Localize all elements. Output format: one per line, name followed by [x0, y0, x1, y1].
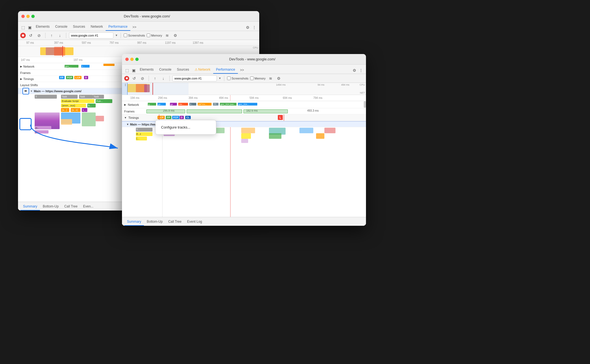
back-tab-summary[interactable]: Summary	[20, 203, 40, 211]
tab-overflow[interactable]: >>	[130, 24, 139, 31]
front-tab-sources[interactable]: Sources	[174, 66, 192, 74]
download-icon[interactable]: ↓	[57, 32, 63, 39]
screenshots-checkbox-container[interactable]: Screenshots	[124, 34, 145, 37]
front-title-bar: DevTools - www.google.com/	[122, 54, 366, 65]
front-tab-summary[interactable]: Summary	[124, 218, 144, 226]
front-tab-calltree[interactable]: Call Tree	[166, 218, 184, 226]
front-download-icon[interactable]: ↓	[160, 75, 167, 82]
front-maximize-button[interactable]	[135, 58, 139, 61]
warning-icon: ⚠	[195, 68, 198, 71]
network-throttle-icon[interactable]: ≋	[164, 32, 171, 39]
memory-checkbox-container[interactable]: Memory	[147, 34, 162, 37]
front-network-row: ▶ Network g... ge... ge clie... 9... )hP…	[122, 101, 366, 108]
back-layout-label: Layout Shifts	[20, 83, 48, 87]
memory-checkbox[interactable]	[147, 34, 150, 37]
toolbar-divider2	[66, 33, 66, 38]
front-frames-label: Frames	[124, 110, 146, 113]
front-window-title: DevTools - www.google.com/	[142, 57, 363, 61]
front-screenshots-checkbox[interactable]	[227, 76, 231, 80]
back-perf-toolbar: ↺ ⊘ ↑ ↓ ▼ Screenshots Memory ≋ ⚙	[18, 31, 259, 40]
front-cpu-overview: 494 ms ‖ 94 ms 1494 ms CPU NET	[122, 83, 366, 95]
front-network-content: g... ge... ge clie... 9... )hPYm... ⌗h g…	[146, 101, 366, 108]
front-timeline-area: 494 ms ‖ 94 ms 1494 ms CPU NET 194 ms 29…	[122, 83, 366, 226]
front-settings-icon[interactable]: ⚙	[351, 67, 358, 74]
front-mobile-icon[interactable]: ▣	[130, 67, 137, 74]
back-network-text: Network	[23, 65, 34, 68]
front-network-text: Network	[128, 103, 139, 106]
back-tab-bar: ⬚ ▣ Elements Console Sources Network Per…	[18, 22, 259, 31]
tab-performance[interactable]: Performance	[106, 23, 130, 31]
back-traffic-lights	[21, 15, 35, 18]
front-memory-label: Memory	[255, 77, 266, 80]
front-url-dropdown[interactable]: ▼	[218, 77, 221, 80]
pencil-edit-button[interactable]: ✏	[22, 88, 29, 94]
tab-elements[interactable]: Elements	[33, 23, 52, 31]
front-perf-toolbar: ↺ ⊘ ↑ ↓ ▼ Screenshots Memory ≋ ⚙	[122, 74, 366, 83]
front-network-label: ▶ Network	[124, 103, 146, 106]
front-clear-icon[interactable]: ⊘	[139, 75, 146, 82]
mobile-icon[interactable]: ▣	[26, 24, 33, 31]
back-main-label: Main — https://www.google.com/	[34, 89, 82, 93]
front-tab-console[interactable]: Console	[156, 66, 174, 74]
front-memory-checkbox[interactable]	[250, 76, 254, 80]
more-icon[interactable]: ⋮	[251, 24, 258, 31]
tab-sources[interactable]: Sources	[70, 23, 88, 31]
upload-icon[interactable]: ↑	[48, 32, 55, 39]
front-screenshots-label: Screenshots	[232, 77, 248, 80]
configure-tracks-item[interactable]: Configure tracks...	[156, 122, 216, 132]
perf-settings-icon[interactable]: ⚙	[172, 32, 179, 39]
front-upload-icon[interactable]: ↑	[152, 75, 158, 82]
close-button[interactable]	[21, 15, 25, 18]
back-timings-label: ▶ Timings	[20, 77, 48, 81]
tab-network[interactable]: Network	[88, 23, 106, 31]
front-divider3	[224, 76, 224, 81]
back-tab-calltree[interactable]: Call Tree	[62, 203, 80, 211]
front-reload-icon[interactable]: ↺	[131, 75, 138, 82]
front-tab-bottomup[interactable]: Bottom-Up	[144, 218, 165, 226]
back-tab-eventlog[interactable]: Even...	[80, 203, 96, 211]
front-bottom-tabs: Summary Bottom-Up Call Tree Event Log	[122, 217, 366, 226]
front-divider1	[149, 76, 149, 81]
reload-record-icon[interactable]: ↺	[27, 32, 34, 39]
front-tab-elements[interactable]: Elements	[137, 66, 156, 74]
back-frames-label: Frames	[20, 71, 48, 75]
front-screenshots-container[interactable]: Screenshots	[227, 76, 248, 80]
configure-tracks-popup: Configure tracks...	[155, 120, 216, 135]
front-tab-performance[interactable]: Performance	[213, 66, 238, 74]
front-tab-eventlog[interactable]: Event Log	[184, 218, 205, 226]
minimize-button[interactable]	[26, 15, 30, 18]
front-memory-container[interactable]: Memory	[250, 76, 266, 80]
front-tab-network[interactable]: ⚠Network	[192, 66, 213, 74]
back-cpu-label: CPU	[253, 46, 258, 49]
back-window-title: DevTools - www.google.com/	[38, 14, 256, 18]
settings-icon[interactable]: ⚙	[244, 24, 251, 31]
front-record-icon[interactable]	[124, 76, 129, 81]
front-more-icon[interactable]: ⋮	[358, 67, 364, 74]
screenshots-label: Screenshots	[128, 34, 145, 37]
front-close-button[interactable]	[125, 58, 129, 61]
front-frames-row: Frames 295.8 ms 182.6 ms 493.3 ms	[122, 108, 366, 114]
record-icon[interactable]	[20, 33, 26, 38]
front-tab-bar: ⬚ ▣ Elements Console Sources ⚠Network Pe…	[122, 65, 366, 74]
url-dropdown-arrow[interactable]: ▼	[115, 34, 118, 37]
screenshots-checkbox[interactable]	[124, 34, 127, 37]
maximize-button[interactable]	[31, 15, 35, 18]
front-url-input[interactable]	[172, 75, 217, 81]
front-cursor-icon[interactable]: ⬚	[124, 67, 130, 74]
back-tab-bottomup[interactable]: Bottom-Up	[40, 203, 61, 211]
front-timings-container: ▼ Timings LCP FP FCP D CL L C	[122, 114, 366, 121]
cursor-icon[interactable]: ⬚	[20, 24, 26, 31]
front-tab-overflow[interactable]: >>	[238, 66, 246, 74]
tab-console[interactable]: Console	[52, 23, 70, 31]
back-network-label: ▶ Network	[20, 65, 48, 68]
front-traffic-lights	[125, 58, 139, 61]
front-divider2	[169, 76, 170, 81]
url-input[interactable]	[69, 32, 113, 39]
front-flame-chart: T... E...t (...	[122, 127, 366, 217]
front-net-throttle-icon[interactable]: ≋	[267, 75, 274, 82]
front-minimize-button[interactable]	[130, 58, 134, 61]
memory-label: Memory	[151, 34, 162, 37]
front-perf-settings-icon[interactable]: ⚙	[276, 75, 282, 82]
back-ruler: 97 ms 397 ms 597 ms 797 ms 997 ms 1197 m…	[18, 40, 259, 46]
clear-icon[interactable]: ⊘	[36, 32, 42, 39]
